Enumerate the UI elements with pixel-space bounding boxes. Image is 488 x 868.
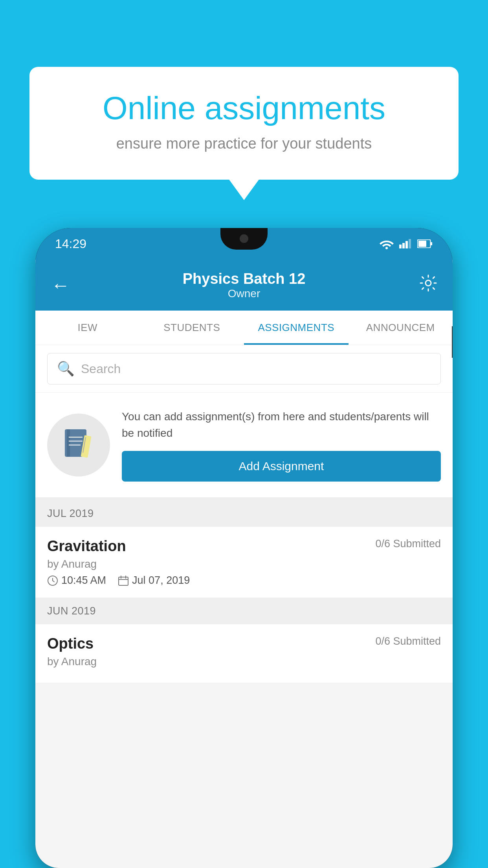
assignment-submitted-gravitation: 0/6 Submitted [375, 538, 441, 550]
promo-icon-circle [47, 414, 110, 476]
svg-rect-6 [418, 241, 426, 247]
speech-bubble: Online assignments ensure more practice … [29, 67, 459, 180]
svg-rect-17 [119, 577, 128, 585]
clock-icon [47, 575, 58, 586]
assignment-by-gravitation: by Anurag [47, 558, 441, 570]
meta-date-gravitation: Jul 07, 2019 [118, 574, 190, 587]
phone-frame: 14:29 ← [35, 228, 453, 868]
promo-description: You can add assignment(s) from here and … [122, 408, 441, 441]
volume-button[interactable] [452, 326, 453, 358]
promo-text-area: You can add assignment(s) from here and … [122, 408, 441, 482]
assignment-top-row-optics: Optics 0/6 Submitted [47, 635, 441, 652]
meta-time-gravitation: 10:45 AM [47, 574, 106, 587]
assignment-date-gravitation: Jul 07, 2019 [132, 574, 190, 587]
search-placeholder: Search [81, 362, 121, 376]
settings-gear-icon[interactable] [420, 274, 437, 296]
assignment-name-gravitation: Gravitation [47, 538, 126, 555]
wifi-icon [380, 238, 394, 249]
status-time: 14:29 [55, 237, 86, 251]
tab-announcements[interactable]: ANNOUNCEM [349, 311, 453, 345]
app-header: ← Physics Batch 12 Owner [35, 259, 453, 311]
tab-assignments[interactable]: ASSIGNMENTS [244, 311, 349, 345]
add-assignment-button[interactable]: Add Assignment [122, 451, 441, 482]
assignment-top-row: Gravitation 0/6 Submitted [47, 538, 441, 555]
svg-point-0 [385, 247, 388, 249]
header-title: Physics Batch 12 [183, 270, 306, 287]
assignment-meta-gravitation: 10:45 AM Jul 07, 2019 [47, 574, 441, 587]
svg-point-8 [426, 280, 431, 286]
svg-rect-7 [431, 242, 432, 245]
battery-icon [417, 239, 433, 248]
header-center: Physics Batch 12 Owner [183, 270, 306, 300]
month-header-jul: JUL 2019 [35, 500, 453, 527]
assignment-item-optics[interactable]: Optics 0/6 Submitted by Anurag [35, 624, 453, 683]
search-input-wrapper[interactable]: 🔍 Search [47, 353, 441, 384]
notebook-icon [61, 427, 96, 463]
search-icon: 🔍 [57, 360, 75, 377]
promo-section: You can add assignment(s) from here and … [35, 393, 453, 500]
signal-icon [399, 239, 412, 248]
header-subtitle: Owner [183, 287, 306, 300]
assignment-submitted-optics: 0/6 Submitted [375, 635, 441, 647]
assignment-name-optics: Optics [47, 635, 94, 652]
phone-screen: ← Physics Batch 12 Owner IEW STUDENTS AS… [35, 259, 453, 868]
tabs-bar: IEW STUDENTS ASSIGNMENTS ANNOUNCEM [35, 311, 453, 345]
calendar-icon [118, 575, 129, 586]
tab-students[interactable]: STUDENTS [140, 311, 244, 345]
tab-iew[interactable]: IEW [35, 311, 140, 345]
assignment-by-optics: by Anurag [47, 655, 441, 668]
svg-rect-2 [402, 243, 405, 248]
bubble-subtitle: ensure more practice for your students [57, 135, 431, 152]
svg-rect-3 [405, 241, 408, 248]
assignment-time-gravitation: 10:45 AM [61, 574, 106, 587]
phone-notch [220, 228, 268, 250]
assignment-item-gravitation[interactable]: Gravitation 0/6 Submitted by Anurag 10:4… [35, 527, 453, 598]
status-icons [380, 238, 433, 249]
camera-dot [240, 234, 248, 243]
back-button[interactable]: ← [51, 274, 70, 296]
svg-rect-10 [67, 429, 70, 457]
month-header-jun: JUN 2019 [35, 598, 453, 624]
search-container: 🔍 Search [35, 345, 453, 393]
bubble-title: Online assignments [57, 90, 431, 126]
svg-rect-4 [409, 239, 411, 248]
svg-rect-1 [399, 245, 402, 248]
